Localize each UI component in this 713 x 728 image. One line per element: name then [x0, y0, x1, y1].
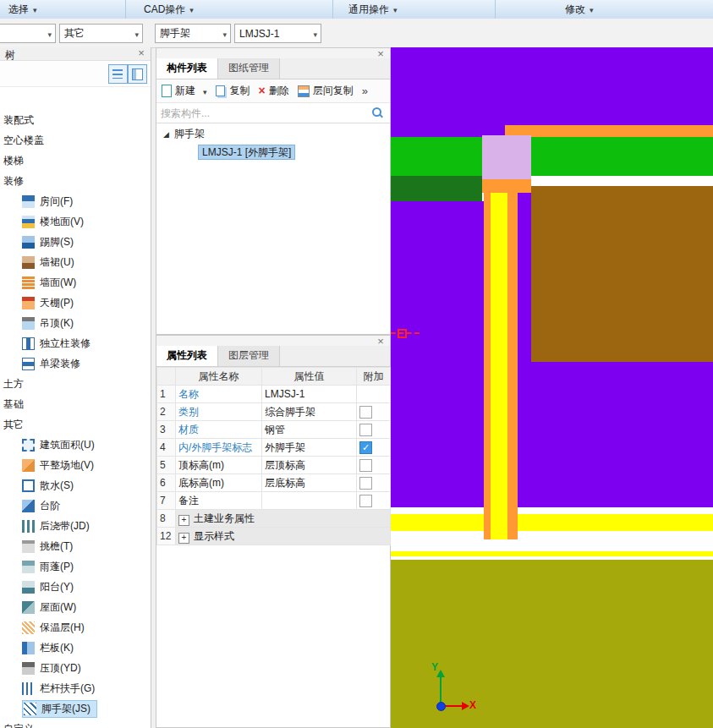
- nav-item-roof[interactable]: 屋面(W): [0, 597, 151, 617]
- scaffold-core-yellow: [491, 193, 507, 539]
- nav-item-floor-finish[interactable]: 楼地面(V): [0, 211, 151, 232]
- nav-item-steps[interactable]: 台阶: [0, 495, 151, 516]
- list-view-icon[interactable]: [108, 64, 128, 84]
- tab-property-list[interactable]: 属性列表: [156, 346, 218, 366]
- menu-cad-operations[interactable]: CAD操作: [144, 3, 194, 16]
- nav-item-parapet[interactable]: 栏板(K): [0, 638, 151, 658]
- search-icon[interactable]: [372, 107, 381, 117]
- element-type-combo[interactable]: 脚手架: [155, 24, 231, 43]
- menu-separator: [125, 0, 126, 19]
- chevron-down-icon: [44, 28, 55, 40]
- nav-item-insulation[interactable]: 保温层(H): [0, 617, 151, 638]
- nav-item-building-area[interactable]: 建筑面积(U): [0, 435, 151, 455]
- wall-block-purple-right: [518, 362, 713, 507]
- nav-item-custom[interactable]: 自定义: [0, 719, 151, 728]
- scaffold-cap-orange: [482, 179, 531, 193]
- axis-y-label: Y: [431, 661, 438, 673]
- property-tabs: 属性列表 图层管理: [156, 346, 390, 367]
- wall-sliver-purple: [518, 193, 531, 362]
- category-combo[interactable]: 其它: [59, 24, 143, 43]
- nav-item-ceiling[interactable]: 天棚(P): [0, 293, 151, 313]
- menu-modify[interactable]: 修改: [565, 3, 594, 16]
- expand-plus-icon[interactable]: [178, 515, 189, 526]
- nav-item-skirting[interactable]: 踢脚(S): [0, 232, 151, 252]
- nav-item-wall-dado[interactable]: 墙裙(U): [0, 252, 151, 272]
- search-input[interactable]: [159, 105, 365, 122]
- attach-checkbox[interactable]: [359, 477, 372, 490]
- close-icon[interactable]: [376, 336, 386, 348]
- nav-item-foundation[interactable]: 基础: [0, 394, 151, 414]
- attach-checkbox[interactable]: [359, 406, 372, 419]
- layer-copy-button[interactable]: 层间复制: [295, 82, 356, 100]
- panel-view-icon[interactable]: [128, 64, 147, 84]
- nav-item-finishes[interactable]: 装修: [0, 171, 151, 191]
- tab-component-list[interactable]: 构件列表: [156, 58, 218, 79]
- skirting-icon: [22, 236, 35, 249]
- col-property-name: 属性名称: [176, 368, 262, 386]
- menu-separator: [495, 0, 496, 19]
- nav-item-assembly[interactable]: 装配式: [0, 110, 151, 130]
- close-icon[interactable]: [376, 48, 386, 60]
- menu-general-operations[interactable]: 通用操作: [348, 3, 398, 16]
- attach-checkbox[interactable]: [359, 495, 372, 507]
- attach-checkbox-checked[interactable]: [359, 441, 372, 454]
- nav-item-others[interactable]: 其它: [0, 414, 151, 435]
- table-row: 5 顶标高(m) 层顶标高: [157, 457, 391, 474]
- menu-separator: [332, 0, 333, 19]
- scaffold-right-edge: [507, 193, 518, 539]
- nav-item-room[interactable]: 房间(F): [0, 191, 151, 211]
- post-cast-strip-icon: [22, 520, 35, 533]
- nav-item-wall-face[interactable]: 墙面(W): [0, 272, 151, 293]
- chevron-down-icon: [585, 3, 594, 15]
- new-button[interactable]: 新建: [159, 82, 210, 100]
- nav-item-post-cast-strip[interactable]: 后浇带(JD): [0, 516, 151, 536]
- nav-item-apron[interactable]: 散水(S): [0, 475, 151, 495]
- component-group-scaffold[interactable]: 脚手架: [156, 123, 390, 144]
- nav-item-eaves[interactable]: 挑檐(T): [0, 536, 151, 556]
- site-grading-icon: [22, 459, 35, 472]
- navigation-panel: 树 装配式 空心楼盖 楼梯 装修 房间(F) 楼地面(V) 踢脚(S) 墙裙(U…: [0, 47, 151, 728]
- delete-button[interactable]: 删除: [256, 82, 292, 100]
- menu-select[interactable]: 选择: [8, 3, 37, 16]
- component-item-lmjsj1[interactable]: LMJSJ-1 [外脚手架]: [156, 144, 390, 162]
- group-display-style[interactable]: 显示样式: [176, 528, 391, 545]
- nav-item-canopy[interactable]: 雨蓬(P): [0, 556, 151, 577]
- nav-item-hollow-floor[interactable]: 空心楼盖: [0, 130, 151, 151]
- cad-viewport[interactable]: Y X: [391, 47, 713, 728]
- nav-item-beam-finish[interactable]: 单梁装修: [0, 353, 151, 374]
- nav-item-coping[interactable]: 压顶(YD): [0, 658, 151, 678]
- chevron-down-icon: [389, 3, 398, 15]
- nav-item-suspended-ceiling[interactable]: 吊顶(K): [0, 313, 151, 333]
- floor-combo[interactable]: 层: [0, 24, 56, 43]
- group-civil-business-attributes[interactable]: 土建业务属性: [176, 510, 391, 528]
- axis-x-arrowhead: [462, 702, 469, 710]
- property-panel: 属性列表 图层管理 属性名称 属性值 附加 1 名称 LMJSJ-1 2 类别 …: [156, 335, 391, 728]
- nav-item-stairs[interactable]: 楼梯: [0, 151, 151, 171]
- tab-layer-management[interactable]: 图层管理: [218, 346, 280, 366]
- nav-item-column-finish[interactable]: 独立柱装修: [0, 333, 151, 353]
- new-document-icon: [162, 85, 172, 97]
- nav-item-railing[interactable]: 栏杆扶手(G): [0, 678, 151, 698]
- overflow-button[interactable]: [359, 83, 370, 99]
- attach-checkbox[interactable]: [359, 424, 372, 436]
- expand-plus-icon[interactable]: [178, 533, 189, 544]
- element-name-combo[interactable]: LMJSJ-1: [234, 24, 321, 43]
- coping-icon: [22, 662, 35, 675]
- nav-item-scaffold[interactable]: 脚手架(JS): [0, 698, 151, 719]
- tab-drawing-management[interactable]: 图纸管理: [218, 58, 280, 79]
- copy-button[interactable]: 复制: [213, 82, 253, 100]
- nav-item-site-grading[interactable]: 平整场地(V): [0, 455, 151, 475]
- apron-icon: [22, 479, 35, 492]
- eaves-icon: [22, 540, 35, 553]
- layer-toolbar: 层 其它 脚手架 LMJSJ-1: [0, 19, 713, 48]
- chevron-down-icon: [310, 28, 321, 40]
- close-icon[interactable]: [136, 47, 146, 59]
- scaffold-left-edge: [484, 193, 491, 539]
- table-row: 3 材质 钢管: [157, 421, 391, 439]
- slab-band-yellow: [391, 514, 713, 531]
- attach-checkbox[interactable]: [359, 459, 372, 472]
- nav-item-balcony[interactable]: 阳台(Y): [0, 577, 151, 597]
- wall-block-purple-left: [391, 201, 484, 507]
- nav-item-earthwork[interactable]: 土方: [0, 374, 151, 394]
- navigation-view-toolbar: [0, 61, 151, 87]
